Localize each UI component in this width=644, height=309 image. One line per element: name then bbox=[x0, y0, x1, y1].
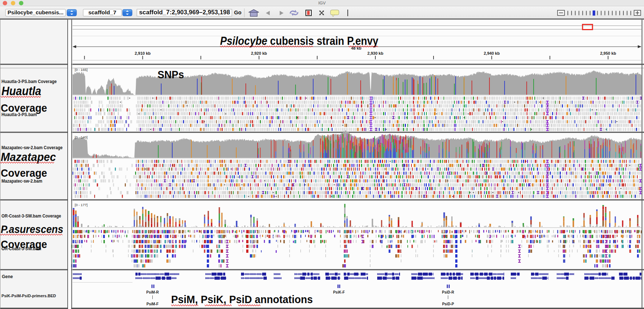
svg-text:OR-Coast-3-SW.bam Coverage: OR-Coast-3-SW.bam Coverage bbox=[1, 213, 61, 219]
svg-text:2,910 kb: 2,910 kb bbox=[135, 51, 151, 55]
svg-text:P.asurescens: P.asurescens bbox=[1, 223, 63, 235]
svg-text:[0 - 140]: [0 - 140] bbox=[75, 135, 88, 139]
svg-text:Mazapatec-sw-2.bam Coverage: Mazapatec-sw-2.bam Coverage bbox=[1, 145, 63, 150]
svg-text:Huautla: Huautla bbox=[1, 84, 41, 98]
svg-text:Mazatapec: Mazatapec bbox=[1, 151, 56, 164]
svg-text:Go: Go bbox=[234, 10, 241, 15]
svg-text:PsiM, PsiK, PsiD annotations: PsiM, PsiK, PsiD annotations bbox=[171, 293, 313, 305]
svg-text:2,930 kb: 2,930 kb bbox=[367, 51, 383, 55]
svg-text:PsiM-R: PsiM-R bbox=[146, 290, 159, 294]
svg-text:PsiK-PsiM-PsiD-primers.BED: PsiK-PsiM-PsiD-primers.BED bbox=[1, 294, 56, 298]
svg-text:PsiD-P: PsiD-P bbox=[442, 302, 454, 306]
svg-text:scaffold_7:2,903,969–2,953,198: scaffold_7:2,903,969–2,953,198 bbox=[139, 9, 230, 15]
svg-text:Huautla-3-PS.bam Coverage: Huautla-3-PS.bam Coverage bbox=[1, 79, 57, 84]
svg-text:Coverage: Coverage bbox=[1, 167, 47, 179]
svg-text:IGV: IGV bbox=[318, 1, 326, 5]
svg-text:PsiD-R: PsiD-R bbox=[442, 290, 454, 294]
svg-text:[0 - 177]: [0 - 177] bbox=[75, 203, 88, 207]
svg-text:2,920 kb: 2,920 kb bbox=[251, 51, 267, 55]
svg-text:Psilocybe_cubensis...: Psilocybe_cubensis... bbox=[8, 10, 64, 15]
svg-text:Coverage: Coverage bbox=[1, 102, 47, 114]
svg-text:2,950 kb: 2,950 kb bbox=[600, 51, 616, 55]
svg-text:2,940 kb: 2,940 kb bbox=[484, 51, 500, 55]
svg-text:PsiM-F: PsiM-F bbox=[146, 302, 159, 306]
svg-text:Gene: Gene bbox=[2, 274, 13, 279]
svg-text:scaffold_7: scaffold_7 bbox=[88, 10, 116, 15]
svg-text:SNPs: SNPs bbox=[158, 68, 184, 80]
svg-text:Psilocybe cubensis strain P.en: Psilocybe cubensis strain P.envy bbox=[220, 35, 379, 47]
svg-text:Mazapatec-sw-2.bam: Mazapatec-sw-2.bam bbox=[1, 179, 42, 184]
svg-text:Coverage: Coverage bbox=[1, 238, 47, 250]
svg-text:PsiK-F: PsiK-F bbox=[333, 290, 345, 294]
svg-text:[0 - 165]: [0 - 165] bbox=[75, 68, 88, 72]
